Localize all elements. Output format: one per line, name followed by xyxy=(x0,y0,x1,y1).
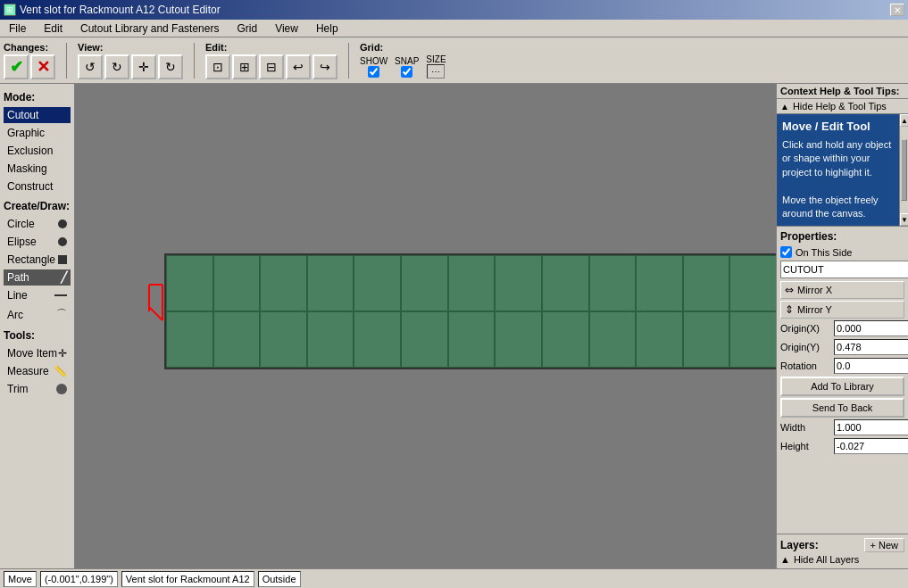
check-icon: ✔ xyxy=(10,57,23,77)
trim-icon xyxy=(56,384,67,394)
scroll-thumb[interactable] xyxy=(901,139,907,201)
svg-line-1 xyxy=(149,307,162,320)
send-to-back-button[interactable]: Send To Back xyxy=(780,398,904,418)
cutout-cell xyxy=(354,255,401,311)
menu-view[interactable]: View xyxy=(270,21,304,37)
status-coordinates: (-0.001",0.199") xyxy=(40,571,118,587)
canvas[interactable] xyxy=(75,84,776,568)
toolbar: Changes: ✔ ✕ View: ↺ ↻ ✛ ↻ Edit: ⊡ ⊞ ⊟ ↩… xyxy=(0,37,908,84)
menu-cutout-library[interactable]: Cutout Library and Fasteners xyxy=(75,21,224,37)
help-scrollbar[interactable]: ▲ ▼ xyxy=(899,114,908,226)
menu-grid[interactable]: Grid xyxy=(231,21,262,37)
context-help-toggle[interactable]: ▲ Hide Help & Tool Tips xyxy=(777,99,908,114)
mirror-y-button[interactable]: ⇕ Mirror Y xyxy=(780,301,904,319)
arrow-icon: ▲ xyxy=(780,102,789,112)
tool-measure[interactable]: Measure 📏 xyxy=(4,363,71,379)
cutout-cell xyxy=(589,255,637,311)
draw-arc[interactable]: Arc ⌒ xyxy=(4,305,71,324)
edit-btn-2[interactable]: ⊞ xyxy=(232,54,257,79)
status-bar: Move (-0.001",0.199") Vent slot for Rack… xyxy=(0,568,908,588)
cutout-cell xyxy=(401,255,448,311)
new-layer-button[interactable]: + New xyxy=(864,538,905,552)
edit-btn-1[interactable]: ⊡ xyxy=(205,54,230,79)
width-row: Width xyxy=(780,419,904,435)
rotation-input[interactable] xyxy=(834,358,908,374)
ellipse-icon xyxy=(58,237,67,246)
grid-snap-checkbox[interactable] xyxy=(401,66,412,78)
arc-icon: ⌒ xyxy=(56,307,67,322)
menu-edit[interactable]: Edit xyxy=(38,21,68,37)
mirror-y-label: Mirror Y xyxy=(797,304,832,315)
width-input[interactable] xyxy=(834,419,908,435)
hide-all-layers-toggle[interactable]: ▲ Hide All Layers xyxy=(780,554,904,565)
mirror-x-button[interactable]: ⇔ Mirror X xyxy=(780,281,904,299)
view-label: View: xyxy=(78,42,104,53)
cutout-cell xyxy=(729,311,776,368)
mirror-x-icon: ⇔ xyxy=(785,284,794,296)
view-rotate-left-button[interactable]: ↺ xyxy=(78,54,103,79)
close-button[interactable]: ✕ xyxy=(890,4,904,16)
scroll-down-arrow[interactable]: ▼ xyxy=(900,213,908,226)
on-this-side-row: On This Side xyxy=(780,246,904,258)
height-input[interactable] xyxy=(834,438,908,454)
view-fit-button[interactable]: ✛ xyxy=(131,54,156,79)
separator-1 xyxy=(66,43,67,79)
rotation-row: Rotation xyxy=(780,358,904,374)
mode-exclusion[interactable]: Exclusion xyxy=(4,143,71,159)
status-location: Outside xyxy=(258,571,301,587)
mode-masking[interactable]: Masking xyxy=(4,161,71,177)
cutout-cell xyxy=(213,255,261,311)
add-to-library-button[interactable]: Add To Library xyxy=(780,377,904,396)
cutout-cell xyxy=(307,255,354,311)
tool-trim[interactable]: Trim xyxy=(4,381,71,397)
grid-size-display: ⋯ xyxy=(427,64,445,79)
left-panel: Mode: Cutout Graphic Exclusion Masking C… xyxy=(0,84,75,568)
edit-redo-button[interactable]: ↪ xyxy=(312,54,337,79)
origin-x-input[interactable] xyxy=(834,320,908,336)
view-rotate-right-button[interactable]: ↻ xyxy=(104,54,129,79)
width-label: Width xyxy=(780,422,834,433)
mode-cutout[interactable]: Cutout xyxy=(4,107,71,123)
cutout-cell xyxy=(542,311,589,368)
separator-3 xyxy=(348,43,349,79)
cutout-cell xyxy=(495,255,542,311)
scroll-up-arrow[interactable]: ▲ xyxy=(900,114,908,127)
draw-rectangle[interactable]: Rectangle xyxy=(4,252,71,268)
edit-undo-button[interactable]: ↩ xyxy=(286,54,311,79)
x-icon: ✕ xyxy=(37,57,50,77)
help-scroll-container: Move / Edit Tool Click and hold any obje… xyxy=(777,114,908,226)
cutout-cell xyxy=(401,311,448,368)
measure-icon: 📏 xyxy=(54,365,67,377)
origin-y-row: Origin(Y) xyxy=(780,339,904,355)
cutout-cell xyxy=(683,255,730,311)
on-this-side-checkbox[interactable] xyxy=(780,246,792,258)
properties-section: Properties: On This Side ▼ ⇔ Mirror X ⇕ … xyxy=(777,226,908,534)
right-panel: Context Help & Tool Tips: ▲ Hide Help & … xyxy=(776,84,908,568)
edit-section: Edit: ⊡ ⊞ ⊟ ↩ ↪ xyxy=(205,42,337,79)
cutout-cell xyxy=(729,255,776,311)
cutout-shape xyxy=(164,253,776,369)
height-label: Height xyxy=(780,441,834,451)
mode-construct[interactable]: Construct xyxy=(4,178,71,195)
edit-btn-3[interactable]: ⊟ xyxy=(259,54,284,79)
mode-graphic[interactable]: Graphic xyxy=(4,125,71,141)
draw-circle[interactable]: Circle xyxy=(4,216,71,232)
origin-y-input[interactable] xyxy=(834,339,908,355)
grid-show-checkbox[interactable] xyxy=(368,66,379,78)
cutout-cell xyxy=(683,311,730,368)
window-title: Vent slot for Rackmount A12 Cutout Edito… xyxy=(20,4,221,16)
cutout-cell xyxy=(260,255,307,311)
tool-move-item[interactable]: Move Item ✛ xyxy=(4,345,71,361)
draw-path[interactable]: Path ╱ xyxy=(4,269,71,286)
tools-label: Tools: xyxy=(4,329,71,342)
draw-elipse[interactable]: Elipse xyxy=(4,234,71,250)
cancel-button[interactable]: ✕ xyxy=(30,54,55,79)
menu-help[interactable]: Help xyxy=(311,21,344,37)
view-refresh-button[interactable]: ↻ xyxy=(158,54,183,79)
accept-button[interactable]: ✔ xyxy=(4,54,29,79)
properties-title: Properties: xyxy=(780,230,904,243)
menu-file[interactable]: File xyxy=(4,21,31,37)
draw-line[interactable]: Line xyxy=(4,287,71,303)
cutout-dropdown[interactable] xyxy=(780,261,908,278)
cutout-cell xyxy=(636,311,683,368)
